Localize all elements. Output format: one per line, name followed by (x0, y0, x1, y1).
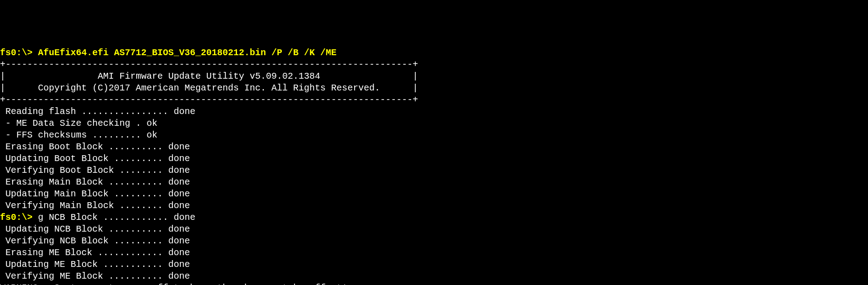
header-border-top: +---------------------------------------… (0, 59, 868, 71)
output-line: Verifying Main Block ........ done (0, 200, 868, 212)
warning-line: WARNING : System must power-off to have … (0, 282, 868, 285)
output-line: Updating Boot Block ......... done (0, 153, 868, 165)
output-line: Updating ME Block ........... done (0, 259, 868, 271)
header-copyright: | Copyright (C)2017 American Megatrends … (0, 82, 868, 94)
output-line: Verifying ME Block .......... done (0, 271, 868, 282)
header-border-bottom: +---------------------------------------… (0, 94, 868, 106)
output-line: - ME Data Size checking . ok (0, 118, 868, 129)
shell-prompt: fs0:\> (0, 48, 38, 58)
output-line: Updating Main Block ......... done (0, 188, 868, 200)
output-line: Reading flash ................ done (0, 106, 868, 118)
command-line-1[interactable]: fs0:\> AfuEfix64.efi AS7712_BIOS_V36_201… (0, 47, 868, 59)
output-line: - FFS checksums ......... ok (0, 129, 868, 141)
output-line: Updating NCB Block .......... done (0, 223, 868, 235)
output-line: Erasing ME Block ............ done (0, 247, 868, 259)
shell-prompt: fs0:\> (0, 212, 38, 223)
output-line: Verifying NCB Block ......... done (0, 235, 868, 247)
output-line: Verifying Boot Block ........ done (0, 165, 868, 176)
command-line-2[interactable]: fs0:\> g NCB Block ............ done (0, 212, 868, 223)
output-overlap: g NCB Block ............ done (38, 212, 195, 223)
header-title: | AMI Firmware Update Utility v5.09.02.1… (0, 71, 868, 82)
output-line: Erasing Main Block .......... done (0, 176, 868, 188)
output-line: Erasing Boot Block .......... done (0, 141, 868, 153)
command-text: AfuEfix64.efi AS7712_BIOS_V36_20180212.b… (38, 48, 337, 58)
